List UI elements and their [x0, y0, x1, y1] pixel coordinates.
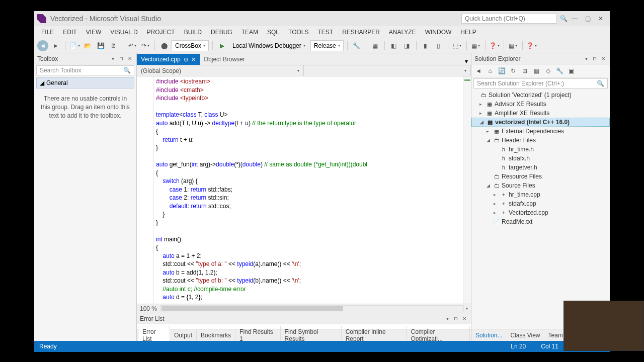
- pin-icon[interactable]: ⊓: [118, 55, 125, 62]
- pin-icon[interactable]: ⊓: [591, 55, 598, 62]
- tool-btn-6[interactable]: ▯: [433, 40, 444, 51]
- tool-btn-11[interactable]: ❓: [526, 40, 537, 51]
- menu-view[interactable]: VIEW: [82, 27, 106, 37]
- dropdown-icon[interactable]: ▾: [444, 315, 451, 322]
- status-line: Ln 20: [511, 343, 526, 350]
- nav-back-button[interactable]: ◄: [37, 40, 48, 51]
- project-node[interactable]: ◢▦vectorized (Intel C++ 16.0): [471, 118, 610, 127]
- tab-solution[interactable]: Solution...: [471, 330, 506, 341]
- tool-btn-2[interactable]: ▦: [370, 40, 381, 51]
- redo-button[interactable]: ↷: [140, 40, 151, 51]
- view-code-icon[interactable]: ◇: [543, 66, 553, 76]
- file-stdafx-h[interactable]: hstdafx.h: [471, 154, 610, 163]
- new-project-button[interactable]: 📄: [69, 40, 80, 51]
- search-icon[interactable]: 🔍: [560, 15, 568, 22]
- file-readme[interactable]: 📄ReadMe.txt: [471, 217, 610, 226]
- file-stdafx-cpp[interactable]: ▸+stdafx.cpp: [471, 199, 610, 208]
- menu-test[interactable]: TEST: [313, 27, 337, 37]
- preview-icon[interactable]: ▣: [566, 66, 576, 76]
- config-combo[interactable]: Release: [310, 40, 344, 51]
- resource-files-node[interactable]: 🗀Resource Files: [471, 172, 610, 181]
- debugger-combo[interactable]: Local Windows Debugger: [229, 40, 308, 51]
- pin-icon[interactable]: ⊙: [184, 56, 188, 63]
- pin-icon[interactable]: ⊓: [452, 315, 459, 322]
- tool-btn-10[interactable]: ▦: [508, 40, 519, 51]
- menu-debug[interactable]: DEBUG: [207, 27, 236, 37]
- toolbox-general-group[interactable]: ◢ General: [36, 77, 134, 88]
- tool-btn-1[interactable]: 🔧: [351, 40, 362, 51]
- header-files-node[interactable]: ◢🗀Header Files: [471, 136, 610, 145]
- menu-window[interactable]: WINDOW: [421, 27, 456, 37]
- menu-help[interactable]: HELP: [456, 27, 480, 37]
- dropdown-icon[interactable]: ▾: [583, 55, 590, 62]
- close-icon[interactable]: ✕: [461, 315, 468, 322]
- code-content[interactable]: #include <iostream> #include <cmath> #in…: [154, 76, 463, 304]
- file-vectorized-cpp[interactable]: ▸+Vectorized.cpp: [471, 208, 610, 217]
- horizontal-scrollbar[interactable]: [160, 305, 464, 312]
- tab-object-browser[interactable]: Object Browser: [200, 54, 249, 65]
- dropdown-icon[interactable]: ▾: [109, 55, 116, 62]
- solution-search-input[interactable]: Search Solution Explorer (Ctrl+;) 🔍: [473, 78, 608, 88]
- external-deps-node[interactable]: ▸▦External Dependencies: [471, 127, 610, 136]
- file-targetver-h[interactable]: htargetver.h: [471, 163, 610, 172]
- open-file-button[interactable]: 📂: [82, 40, 93, 51]
- tab-output[interactable]: Output: [170, 330, 197, 341]
- menu-visuald[interactable]: VISUAL D: [106, 27, 141, 37]
- source-files-node[interactable]: ◢🗀Source Files: [471, 181, 610, 190]
- amplifier-node[interactable]: ▸▦Amplifier XE Results: [471, 109, 610, 118]
- crossbox-icon: ⬤: [158, 40, 170, 51]
- tab-vectorized-cpp[interactable]: Vectorized.cpp ⊙ ✕: [137, 54, 200, 65]
- menu-analyze[interactable]: ANALYZE: [385, 27, 420, 37]
- tool-btn-7[interactable]: ⬚: [452, 40, 463, 51]
- show-all-icon[interactable]: ▦: [531, 66, 541, 76]
- toolbox-search-input[interactable]: Search Toolbox 🔍: [36, 65, 134, 75]
- overview-ruler[interactable]: [463, 76, 471, 304]
- menu-sql[interactable]: SQL: [263, 27, 283, 37]
- tool-btn-4[interactable]: ◨: [401, 40, 413, 51]
- code-editor[interactable]: #include <iostream> #include <cmath> #in…: [137, 76, 471, 304]
- collapse-icon[interactable]: ⊟: [520, 66, 530, 76]
- editor-gutter: [137, 76, 154, 304]
- scope-combo[interactable]: (Global Scope): [137, 65, 304, 76]
- tab-class-view[interactable]: Class View: [506, 330, 544, 341]
- tool-btn-9[interactable]: ❓: [489, 40, 500, 51]
- close-icon[interactable]: ✕: [126, 55, 133, 62]
- menu-edit[interactable]: EDIT: [59, 27, 80, 37]
- refresh-icon[interactable]: ↻: [508, 66, 518, 76]
- advisor-node[interactable]: ▸▦Advisor XE Results: [471, 100, 610, 109]
- properties-icon[interactable]: 🔧: [554, 66, 565, 76]
- member-combo[interactable]: [304, 65, 471, 76]
- zoom-level[interactable]: 100 %: [140, 305, 157, 312]
- back-icon[interactable]: ◄: [473, 66, 484, 76]
- tool-btn-8[interactable]: ▦: [470, 40, 481, 51]
- home-icon[interactable]: ⌂: [485, 66, 495, 76]
- tool-btn-3[interactable]: ◧: [388, 40, 399, 51]
- sync-icon[interactable]: 🔄: [497, 66, 507, 76]
- quick-launch-input[interactable]: [461, 14, 557, 24]
- close-icon[interactable]: ✕: [191, 56, 196, 63]
- menu-project[interactable]: PROJECT: [143, 27, 179, 37]
- tabs-dropdown-icon[interactable]: ▾: [465, 58, 468, 65]
- undo-button[interactable]: ↶: [127, 40, 138, 51]
- solution-node[interactable]: 🗀Solution 'Vectorized' (1 project): [471, 90, 610, 100]
- solution-explorer-panel: Solution Explorer ▾ ⊓ ✕ ◄ ⌂ 🔄 ↻ ⊟ ▦ ◇ 🔧 …: [471, 53, 610, 341]
- tab-bookmarks[interactable]: Bookmarks: [197, 330, 235, 341]
- menu-team[interactable]: TEAM: [237, 27, 262, 37]
- menu-resharper[interactable]: RESHARPER: [338, 27, 384, 37]
- file-hrtime-cpp[interactable]: ▸+hr_time.cpp: [471, 190, 610, 199]
- maximize-button[interactable]: ▢: [582, 14, 594, 24]
- file-hrtime-h[interactable]: hhr_time.h: [471, 145, 610, 154]
- crossbox-combo[interactable]: CrossBox: [172, 40, 209, 51]
- search-placeholder: Search Solution Explorer (Ctrl+;): [477, 80, 597, 87]
- start-debug-button[interactable]: ▶: [216, 40, 227, 51]
- close-icon[interactable]: ✕: [600, 55, 607, 62]
- close-button[interactable]: ✕: [595, 14, 607, 24]
- menu-tools[interactable]: TOOLS: [284, 27, 312, 37]
- tool-btn-5[interactable]: ▮: [420, 40, 431, 51]
- menu-file[interactable]: FILE: [37, 27, 58, 37]
- nav-fwd-button[interactable]: ►: [50, 40, 61, 51]
- minimize-button[interactable]: —: [569, 14, 581, 24]
- save-all-button[interactable]: 🗎: [108, 40, 119, 51]
- menu-build[interactable]: BUILD: [180, 27, 206, 37]
- save-button[interactable]: 💾: [95, 40, 106, 51]
